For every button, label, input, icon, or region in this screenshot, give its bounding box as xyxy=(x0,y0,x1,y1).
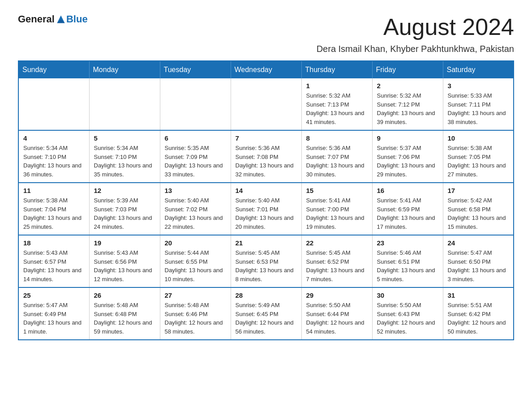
calendar-cell: 23Sunrise: 5:46 AM Sunset: 6:51 PM Dayli… xyxy=(372,235,443,287)
day-number: 22 xyxy=(306,239,368,247)
day-info: Sunrise: 5:35 AM Sunset: 7:09 PM Dayligh… xyxy=(165,144,226,179)
calendar-cell: 28Sunrise: 5:49 AM Sunset: 6:45 PM Dayli… xyxy=(231,287,301,340)
day-info: Sunrise: 5:43 AM Sunset: 6:56 PM Dayligh… xyxy=(94,248,155,283)
weekday-header-thursday: Thursday xyxy=(301,61,372,78)
calendar-cell: 10Sunrise: 5:38 AM Sunset: 7:05 PM Dayli… xyxy=(443,130,514,183)
calendar-cell: 26Sunrise: 5:48 AM Sunset: 6:48 PM Dayli… xyxy=(89,287,160,340)
day-number: 31 xyxy=(448,291,509,299)
calendar-cell: 2Sunrise: 5:32 AM Sunset: 7:12 PM Daylig… xyxy=(372,78,443,130)
day-info: Sunrise: 5:36 AM Sunset: 7:08 PM Dayligh… xyxy=(236,144,297,179)
day-number: 17 xyxy=(448,187,509,194)
calendar-cell: 29Sunrise: 5:50 AM Sunset: 6:44 PM Dayli… xyxy=(301,287,372,340)
calendar-cell: 3Sunrise: 5:33 AM Sunset: 7:11 PM Daylig… xyxy=(443,78,514,130)
day-info: Sunrise: 5:43 AM Sunset: 6:57 PM Dayligh… xyxy=(23,248,85,283)
day-info: Sunrise: 5:45 AM Sunset: 6:52 PM Dayligh… xyxy=(306,248,368,283)
day-info: Sunrise: 5:36 AM Sunset: 7:07 PM Dayligh… xyxy=(306,144,368,179)
day-number: 24 xyxy=(448,239,509,247)
calendar-cell: 20Sunrise: 5:44 AM Sunset: 6:55 PM Dayli… xyxy=(160,235,231,287)
week-row-1: 1Sunrise: 5:32 AM Sunset: 7:13 PM Daylig… xyxy=(18,78,514,130)
calendar-cell: 13Sunrise: 5:40 AM Sunset: 7:02 PM Dayli… xyxy=(160,183,231,235)
weekday-header-friday: Friday xyxy=(372,61,443,78)
calendar-cell: 25Sunrise: 5:47 AM Sunset: 6:49 PM Dayli… xyxy=(18,287,89,340)
weekday-header-row: SundayMondayTuesdayWednesdayThursdayFrid… xyxy=(18,61,514,78)
day-info: Sunrise: 5:38 AM Sunset: 7:04 PM Dayligh… xyxy=(23,196,85,231)
calendar-cell: 22Sunrise: 5:45 AM Sunset: 6:52 PM Dayli… xyxy=(301,235,372,287)
calendar-cell: 11Sunrise: 5:38 AM Sunset: 7:04 PM Dayli… xyxy=(18,183,89,235)
day-number: 15 xyxy=(306,187,368,194)
day-info: Sunrise: 5:38 AM Sunset: 7:05 PM Dayligh… xyxy=(448,144,509,179)
calendar-cell: 31Sunrise: 5:51 AM Sunset: 6:42 PM Dayli… xyxy=(443,287,514,340)
calendar-cell: 12Sunrise: 5:39 AM Sunset: 7:03 PM Dayli… xyxy=(89,183,160,235)
day-number: 2 xyxy=(377,82,438,90)
location-subtitle: Dera Ismail Khan, Khyber Pakhtunkhwa, Pa… xyxy=(18,44,514,54)
day-number: 26 xyxy=(94,291,155,299)
page-header: General Blue August 2024 xyxy=(18,13,514,40)
calendar-cell: 14Sunrise: 5:40 AM Sunset: 7:01 PM Dayli… xyxy=(231,183,301,235)
day-number: 9 xyxy=(377,134,438,142)
calendar-cell: 16Sunrise: 5:41 AM Sunset: 6:59 PM Dayli… xyxy=(372,183,443,235)
day-info: Sunrise: 5:41 AM Sunset: 7:00 PM Dayligh… xyxy=(306,196,368,231)
calendar-cell xyxy=(89,78,160,130)
day-number: 12 xyxy=(94,187,155,194)
day-info: Sunrise: 5:40 AM Sunset: 7:02 PM Dayligh… xyxy=(165,196,226,231)
week-row-4: 18Sunrise: 5:43 AM Sunset: 6:57 PM Dayli… xyxy=(18,235,514,287)
day-info: Sunrise: 5:32 AM Sunset: 7:13 PM Dayligh… xyxy=(306,91,368,126)
day-info: Sunrise: 5:50 AM Sunset: 6:44 PM Dayligh… xyxy=(306,301,368,336)
calendar-body: 1Sunrise: 5:32 AM Sunset: 7:13 PM Daylig… xyxy=(18,78,514,340)
calendar-cell: 8Sunrise: 5:36 AM Sunset: 7:07 PM Daylig… xyxy=(301,130,372,183)
day-number: 19 xyxy=(94,239,155,247)
weekday-header-sunday: Sunday xyxy=(18,61,89,78)
day-info: Sunrise: 5:48 AM Sunset: 6:48 PM Dayligh… xyxy=(94,301,155,336)
day-info: Sunrise: 5:41 AM Sunset: 6:59 PM Dayligh… xyxy=(377,196,438,231)
calendar-cell xyxy=(160,78,231,130)
day-number: 3 xyxy=(448,82,509,90)
day-info: Sunrise: 5:46 AM Sunset: 6:51 PM Dayligh… xyxy=(377,248,438,283)
day-info: Sunrise: 5:34 AM Sunset: 7:10 PM Dayligh… xyxy=(23,144,85,179)
calendar-cell: 21Sunrise: 5:45 AM Sunset: 6:53 PM Dayli… xyxy=(231,235,301,287)
calendar-cell: 4Sunrise: 5:34 AM Sunset: 7:10 PM Daylig… xyxy=(18,130,89,183)
calendar-cell: 18Sunrise: 5:43 AM Sunset: 6:57 PM Dayli… xyxy=(18,235,89,287)
calendar-cell: 24Sunrise: 5:47 AM Sunset: 6:50 PM Dayli… xyxy=(443,235,514,287)
month-year-title: August 2024 xyxy=(383,13,514,40)
day-info: Sunrise: 5:33 AM Sunset: 7:11 PM Dayligh… xyxy=(448,91,509,126)
calendar-cell: 7Sunrise: 5:36 AM Sunset: 7:08 PM Daylig… xyxy=(231,130,301,183)
day-info: Sunrise: 5:40 AM Sunset: 7:01 PM Dayligh… xyxy=(236,196,297,231)
day-number: 27 xyxy=(165,291,226,299)
month-title: August 2024 xyxy=(383,13,514,40)
calendar-cell xyxy=(18,78,89,130)
logo-icon xyxy=(56,14,66,25)
day-info: Sunrise: 5:45 AM Sunset: 6:53 PM Dayligh… xyxy=(236,248,297,283)
day-number: 29 xyxy=(306,291,368,299)
calendar-cell: 9Sunrise: 5:37 AM Sunset: 7:06 PM Daylig… xyxy=(372,130,443,183)
day-info: Sunrise: 5:32 AM Sunset: 7:12 PM Dayligh… xyxy=(377,91,438,126)
calendar-cell: 30Sunrise: 5:50 AM Sunset: 6:43 PM Dayli… xyxy=(372,287,443,340)
day-number: 30 xyxy=(377,291,438,299)
weekday-header-wednesday: Wednesday xyxy=(231,61,301,78)
logo: General Blue xyxy=(18,13,88,25)
logo-general: General xyxy=(18,13,55,25)
day-number: 1 xyxy=(306,82,368,90)
day-number: 13 xyxy=(165,187,226,194)
calendar-table: SundayMondayTuesdayWednesdayThursdayFrid… xyxy=(18,60,514,340)
day-number: 4 xyxy=(23,134,85,142)
week-row-5: 25Sunrise: 5:47 AM Sunset: 6:49 PM Dayli… xyxy=(18,287,514,340)
calendar-cell: 27Sunrise: 5:48 AM Sunset: 6:46 PM Dayli… xyxy=(160,287,231,340)
day-info: Sunrise: 5:50 AM Sunset: 6:43 PM Dayligh… xyxy=(377,301,438,336)
day-number: 5 xyxy=(94,134,155,142)
weekday-header-saturday: Saturday xyxy=(443,61,514,78)
day-info: Sunrise: 5:39 AM Sunset: 7:03 PM Dayligh… xyxy=(94,196,155,231)
day-number: 16 xyxy=(377,187,438,194)
day-info: Sunrise: 5:49 AM Sunset: 6:45 PM Dayligh… xyxy=(236,301,297,336)
day-number: 20 xyxy=(165,239,226,247)
day-number: 14 xyxy=(236,187,297,194)
day-info: Sunrise: 5:34 AM Sunset: 7:10 PM Dayligh… xyxy=(94,144,155,179)
day-info: Sunrise: 5:51 AM Sunset: 6:42 PM Dayligh… xyxy=(448,301,509,336)
day-info: Sunrise: 5:47 AM Sunset: 6:50 PM Dayligh… xyxy=(448,248,509,283)
day-number: 8 xyxy=(306,134,368,142)
calendar-cell: 17Sunrise: 5:42 AM Sunset: 6:58 PM Dayli… xyxy=(443,183,514,235)
calendar-cell: 15Sunrise: 5:41 AM Sunset: 7:00 PM Dayli… xyxy=(301,183,372,235)
calendar-cell: 1Sunrise: 5:32 AM Sunset: 7:13 PM Daylig… xyxy=(301,78,372,130)
calendar-header: SundayMondayTuesdayWednesdayThursdayFrid… xyxy=(18,61,514,78)
day-info: Sunrise: 5:47 AM Sunset: 6:49 PM Dayligh… xyxy=(23,301,85,336)
day-info: Sunrise: 5:42 AM Sunset: 6:58 PM Dayligh… xyxy=(448,196,509,231)
